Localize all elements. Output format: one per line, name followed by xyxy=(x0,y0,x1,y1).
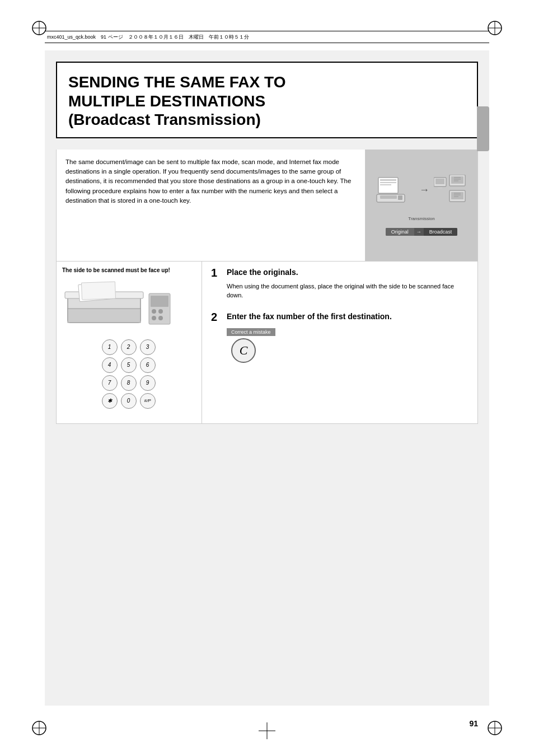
intro-section: The same document/image can be sent to m… xyxy=(56,150,478,262)
intro-text-panel: The same document/image can be sent to m… xyxy=(57,150,366,261)
broadcast-devices-icon xyxy=(434,175,467,206)
bottom-left-reg-mark xyxy=(28,717,50,739)
intro-paragraph: The same document/image can be sent to m… xyxy=(65,157,356,206)
svg-point-43 xyxy=(152,316,156,320)
clear-button[interactable]: C xyxy=(231,338,256,363)
steps-section: The side to be scanned must be face up! xyxy=(56,262,478,424)
svg-rect-15 xyxy=(380,179,396,181)
step-2: 2 Enter the fax number of the first dest… xyxy=(211,311,469,363)
step-1: 1 Place the originals. When using the do… xyxy=(211,267,469,300)
transmission-label-text: Transmission xyxy=(408,212,434,222)
step-1-title: Place the originals. xyxy=(227,267,298,277)
key-8[interactable]: 8 xyxy=(121,375,137,391)
original-label: Original xyxy=(386,228,414,236)
key-9[interactable]: 9 xyxy=(140,375,156,391)
page-number: 91 xyxy=(469,719,478,728)
diagram-labels: Original → Broadcast xyxy=(386,228,458,236)
header-bar: mxc401_us_qck.book 91 ページ ２００８年１０月１６日 木曜… xyxy=(45,31,489,43)
key-0[interactable]: 0 xyxy=(121,393,137,409)
step-2-title: Enter the fax number of the first destin… xyxy=(227,311,392,321)
diagram-panel: → xyxy=(366,150,477,261)
key-7[interactable]: 7 xyxy=(102,375,118,391)
svg-rect-23 xyxy=(438,187,442,189)
svg-rect-17 xyxy=(380,184,391,185)
svg-point-41 xyxy=(152,309,156,314)
svg-rect-38 xyxy=(81,282,115,300)
scan-notice: The side to be scanned must be face up! xyxy=(62,267,196,273)
key-3[interactable]: 3 xyxy=(140,339,156,355)
svg-rect-22 xyxy=(435,179,444,184)
svg-point-42 xyxy=(158,309,163,314)
header-text: mxc401_us_qck.book 91 ページ ２００８年１０月１６日 木曜… xyxy=(47,34,249,41)
key-6[interactable]: 6 xyxy=(140,357,156,373)
step-1-number: 1 xyxy=(211,267,222,278)
svg-rect-19 xyxy=(380,195,397,199)
left-panel: The side to be scanned must be face up! xyxy=(57,262,202,423)
arrow-icon: → xyxy=(419,184,429,196)
key-2[interactable]: 2 xyxy=(121,339,137,355)
broadcast-label: Broadcast xyxy=(424,228,458,236)
svg-rect-35 xyxy=(68,309,140,323)
arrow-separator: → xyxy=(414,228,424,236)
right-panel: 1 Place the originals. When using the do… xyxy=(202,262,477,423)
bottom-right-reg-mark xyxy=(484,717,506,739)
scanner-illustration xyxy=(62,278,174,328)
key-hash[interactable]: #/P xyxy=(140,393,156,409)
step-1-header: 1 Place the originals. xyxy=(211,267,469,278)
correct-mistake-badge: Correct a mistake xyxy=(227,328,275,336)
svg-rect-16 xyxy=(380,182,396,183)
diagram-row: → xyxy=(376,175,467,206)
side-tab xyxy=(477,106,489,151)
main-content: SENDING THE SAME FAX TO MULTIPLE DESTINA… xyxy=(45,50,489,706)
key-4[interactable]: 4 xyxy=(102,357,118,373)
svg-rect-20 xyxy=(398,195,402,200)
svg-rect-40 xyxy=(151,296,168,307)
step-2-number: 2 xyxy=(211,311,222,323)
key-5[interactable]: 5 xyxy=(121,357,137,373)
original-device-icon xyxy=(376,175,415,206)
clear-button-label: C xyxy=(240,343,248,358)
diagram-container: → xyxy=(376,175,467,236)
step-2-header: 2 Enter the fax number of the first dest… xyxy=(211,311,469,323)
title-box: SENDING THE SAME FAX TO MULTIPLE DESTINA… xyxy=(56,62,478,138)
main-title: SENDING THE SAME FAX TO MULTIPLE DESTINA… xyxy=(68,73,466,129)
step-1-body: When using the document glass, place the… xyxy=(227,282,469,300)
svg-point-44 xyxy=(158,316,163,320)
key-1[interactable]: 1 xyxy=(102,339,118,355)
key-star[interactable]: ✱ xyxy=(102,393,118,409)
bottom-center-reg-mark xyxy=(259,722,275,739)
keypad: 1 2 3 4 5 6 7 8 9 ✱ 0 #/P xyxy=(101,339,157,409)
